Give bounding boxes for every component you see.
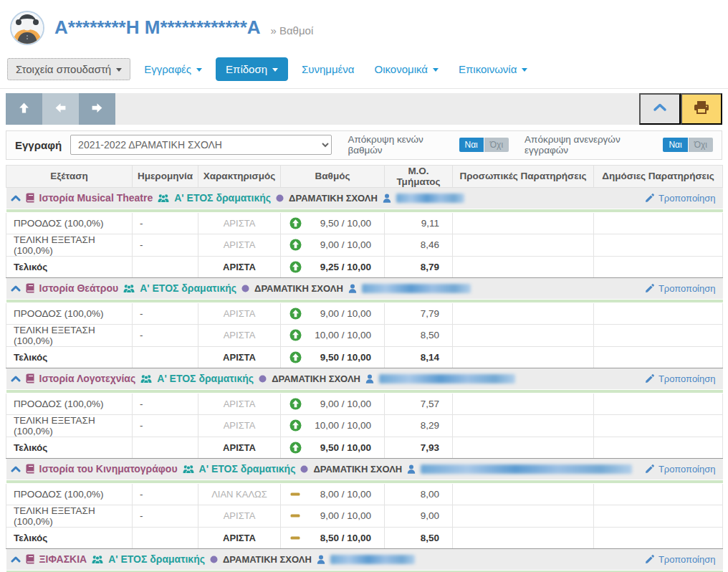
class-average-cell: 8,79 — [385, 256, 453, 277]
final-grade-row: ΤελικόςΑΡΙΣΤΑ9,50 / 10,007,93 — [6, 437, 723, 458]
nav-next-button[interactable] — [79, 93, 115, 125]
class-year-label: Α' ΕΤΟΣ δραματικής — [174, 192, 271, 204]
exam-name-cell: ΤΕΛΙΚΗ ΕΞΕΤΑΣΗ (100,0%) — [6, 324, 133, 346]
edit-grades-button[interactable]: Τροποποίηση — [645, 193, 719, 204]
nav-tab-student-details[interactable]: Στοιχεία σπουδαστή — [7, 58, 130, 80]
hide-empty-grades-no-button[interactable]: Όχι — [484, 138, 509, 152]
personal-remarks-cell — [453, 346, 594, 368]
nav-previous-button[interactable] — [42, 93, 79, 125]
course-name: ΞΙΦΑΣΚΙΑ — [39, 553, 87, 565]
public-remarks-cell — [594, 212, 723, 234]
exam-date-cell: - — [133, 393, 198, 414]
class-year-label: Α' ΕΤΟΣ δραματικής — [157, 373, 254, 384]
public-remarks-cell — [594, 256, 723, 277]
public-remarks-cell — [594, 393, 723, 414]
course-name: Ιστορία του Κινηματογράφου — [39, 463, 178, 475]
pencil-icon — [645, 464, 654, 474]
personal-remarks-cell — [453, 414, 594, 437]
grade-value: 8,00 / 10,00 — [320, 489, 371, 500]
edit-grades-button[interactable]: Τροποποίηση — [645, 373, 719, 384]
exam-name-cell: ΠΡΟΟΔΟΣ (100,0%) — [6, 483, 133, 505]
public-remarks-cell — [594, 324, 723, 346]
edit-grades-button[interactable]: Τροποποίηση — [645, 283, 719, 294]
grade-cell: 9,50 / 10,00 — [281, 437, 385, 458]
characterization-cell: ΑΡΙΣΤΑ — [198, 212, 281, 234]
collapse-section-icon[interactable] — [11, 194, 21, 202]
exam-name-cell: ΤΕΛΙΚΗ ΕΞΕΤΑΣΗ (100,0%) — [6, 505, 133, 527]
school-name-label: ΔΡΑΜΑΤΙΚΗ ΣΧΟΛΗ — [289, 193, 378, 204]
main-nav: Στοιχεία σπουδαστήΕγγραφέςΕπίδοσηΣυνημμέ… — [0, 53, 728, 89]
print-button[interactable] — [681, 93, 722, 125]
grade-cell: 9,00 / 10,00 — [281, 302, 385, 324]
edit-grades-label: Τροποποίηση — [658, 193, 716, 204]
class-average-cell: 8,14 — [385, 346, 453, 368]
hide-inactive-registrations-no-button[interactable]: Όχι — [689, 138, 713, 152]
group-circle-icon — [300, 465, 308, 473]
class-average-cell: 9,11 — [385, 212, 453, 234]
exam-date-cell — [133, 527, 198, 548]
grade-row: ΤΕΛΙΚΗ ΕΞΕΤΑΣΗ (100,0%)-ΑΡΙΣΤΑ9,00 / 10,… — [6, 234, 723, 256]
collapse-all-button[interactable] — [639, 93, 681, 125]
nav-tab-performance[interactable]: Επίδοση — [216, 57, 288, 81]
grade-cell: 9,50 / 10,00 — [281, 346, 385, 368]
edit-grades-button[interactable]: Τροποποίηση — [645, 464, 719, 475]
collapse-section-icon[interactable] — [11, 556, 21, 563]
grade-value: 9,00 / 10,00 — [320, 308, 371, 319]
personal-remarks-cell — [453, 505, 594, 527]
col-header-public-remarks: Δημόσιες Παρατηρήσεις — [594, 165, 723, 187]
registration-select[interactable]: 2021-2022 ΔΡΑΜΑΤΙΚΗ ΣΧΟΛΗ — [70, 135, 332, 155]
exam-date-cell: - — [133, 505, 198, 527]
class-year-label: Α' ΕΤΟΣ δραματικής — [140, 282, 236, 294]
collapse-section-icon[interactable] — [11, 375, 21, 383]
nav-tab-label: Εγγραφές — [144, 63, 191, 75]
col-header-grade: Βαθμός — [281, 165, 385, 187]
edit-grades-button[interactable]: Τροποποίηση — [645, 554, 719, 565]
grade-cell: 8,00 / 10,00 — [281, 483, 385, 505]
class-average-cell: 9,00 — [385, 505, 453, 527]
group-circle-icon — [210, 556, 218, 563]
hide-empty-grades-toggle: Ναι Όχι — [459, 138, 509, 152]
collapse-section-icon[interactable] — [11, 465, 21, 473]
grade-row: ΠΡΟΟΔΟΣ (100,0%)-ΛΙΑΝ ΚΑΛΩΣ8,00 / 10,008… — [6, 483, 723, 505]
hide-empty-grades-yes-button[interactable]: Ναι — [459, 138, 484, 152]
caret-down-icon — [196, 68, 202, 72]
users-icon — [183, 464, 194, 474]
printer-icon — [694, 100, 709, 117]
person-icon — [407, 464, 416, 474]
exam-name-cell: Τελικός — [6, 346, 133, 368]
col-header-personal-remarks: Προσωπικές Παρατηρήσεις — [453, 165, 594, 187]
personal-remarks-cell — [453, 527, 594, 548]
trend-up-icon — [289, 398, 302, 410]
public-remarks-cell — [594, 437, 723, 458]
collapse-section-icon[interactable] — [11, 285, 21, 292]
nav-tab-label: Στοιχεία σπουδαστή — [16, 63, 111, 75]
trend-up-icon — [289, 442, 302, 454]
trend-up-icon — [289, 351, 302, 363]
course-name: Ιστορία Musical Theatre — [39, 192, 153, 204]
personal-remarks-cell — [453, 256, 594, 277]
school-name-label: ΔΡΑΜΑΤΙΚΗ ΣΧΟΛΗ — [254, 283, 343, 294]
trend-up-icon — [289, 217, 302, 229]
nav-tab-financials[interactable]: Οικονομικά — [368, 58, 444, 80]
course-name: Ιστορία Θεάτρου — [39, 282, 119, 294]
personal-remarks-cell — [453, 393, 594, 414]
exam-date-cell: - — [133, 324, 198, 346]
nav-tab-registrations[interactable]: Εγγραφές — [138, 58, 209, 80]
nav-tab-communication[interactable]: Επικοινωνία — [452, 58, 534, 80]
page-header: Α********Η Μ************Α »Βαθμοί — [0, 0, 728, 53]
hide-inactive-registrations-yes-button[interactable]: Ναι — [663, 138, 687, 152]
grade-cell: 9,00 / 10,00 — [281, 505, 385, 527]
exam-date-cell — [133, 437, 198, 458]
edit-grades-label: Τροποποίηση — [658, 373, 716, 384]
exam-name-cell: Τελικός — [6, 437, 133, 458]
class-average-cell: 8,50 — [385, 324, 453, 346]
exam-date-cell: - — [133, 302, 198, 324]
nav-tab-label: Συνημμένα — [302, 63, 354, 75]
grade-row: ΠΡΟΟΔΟΣ (100,0%)-ΑΡΙΣΤΑ9,00 / 10,007,57 — [6, 393, 723, 414]
characterization-cell: ΑΡΙΣΤΑ — [198, 302, 281, 324]
users-icon — [140, 374, 152, 383]
nav-up-button[interactable] — [6, 93, 42, 125]
grades-table-header: Εξέταση Ημερομηνία Χαρακτηρισμός Βαθμός … — [6, 165, 723, 187]
nav-tab-attachments[interactable]: Συνημμένα — [295, 58, 360, 80]
personal-remarks-cell — [453, 234, 594, 256]
